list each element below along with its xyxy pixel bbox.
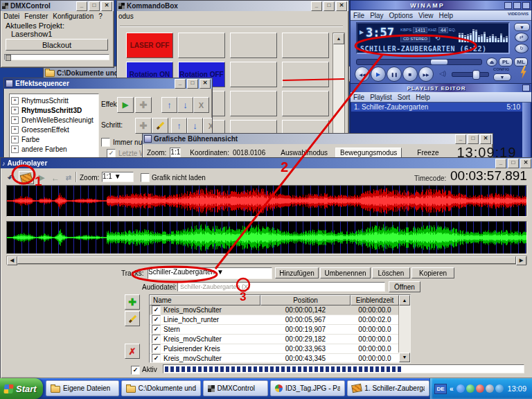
maximize-button[interactable]: □: [89, 1, 100, 11]
maximize-button[interactable]: □: [187, 79, 198, 89]
scrollbar-thumb[interactable]: [17, 256, 516, 264]
close-button[interactable]: ✕: [336, 1, 347, 11]
command-button-empty[interactable]: [230, 62, 277, 87]
tree-item[interactable]: +Farbe: [11, 134, 97, 144]
step-up-button[interactable]: ↑: [171, 118, 187, 134]
close-button[interactable]: ✕: [101, 1, 112, 11]
menu-item[interactable]: ?: [98, 12, 103, 20]
menu-item-modus[interactable]: odus: [118, 12, 134, 20]
taskbar-button[interactable]: ID3_Tag.JPG - Paint: [270, 380, 345, 396]
expand-icon[interactable]: +: [11, 107, 19, 114]
eject-button[interactable]: ⏏: [486, 57, 497, 66]
lightning-icon[interactable]: [520, 66, 527, 79]
zoom-dropdown[interactable]: 1:1 ▼: [102, 172, 134, 182]
scroll-up-icon[interactable]: ▲: [333, 33, 344, 44]
taskbar-button[interactable]: DMXControl: [203, 380, 268, 396]
edit-effect-button[interactable]: [125, 311, 140, 326]
tree-item[interactable]: +RhytmusSchritt3D: [11, 105, 97, 115]
menu-item[interactable]: Options: [389, 12, 413, 19]
step-edit-button[interactable]: [152, 118, 168, 134]
tree-item[interactable]: +GroessenEffekt: [11, 125, 97, 134]
titlebar-playlist[interactable]: PLAYLIST EDITOR: [351, 84, 531, 92]
play-track-button[interactable]: ▶: [35, 171, 48, 184]
language-indicator[interactable]: DE: [434, 384, 447, 394]
titlebar-winamp[interactable]: WINAMP: [351, 1, 531, 10]
table-row[interactable]: ✓Kreis_movSchulter00:00:43,34500:00:00.0: [150, 354, 410, 363]
effect-delete-button[interactable]: X: [193, 97, 209, 113]
color-orb-icon[interactable]: [466, 384, 475, 393]
playlist-scrollbar[interactable]: [522, 103, 531, 159]
kopieren-button[interactable]: Kopieren: [411, 267, 454, 278]
waveform-right-panel[interactable]: [6, 221, 527, 254]
row-checkbox[interactable]: ✓: [152, 305, 161, 314]
freeze-button[interactable]: Freeze: [411, 148, 444, 157]
menubar-kommandobox[interactable]: odus: [117, 11, 348, 21]
immer-checkbox[interactable]: [101, 138, 110, 147]
scheduler-icon[interactable]: [486, 384, 494, 393]
step-delete-button[interactable]: X: [203, 118, 213, 134]
waveform-left-channel[interactable]: [7, 186, 526, 216]
add-effect-button[interactable]: ✚: [125, 294, 140, 310]
scroll-up-icon[interactable]: ▲: [399, 295, 410, 305]
expand-icon[interactable]: +: [11, 126, 19, 134]
table-row[interactable]: ✓Kreis_movSchulter00:00:29,18200:00:00.0: [150, 335, 410, 344]
menu-item[interactable]: File: [353, 12, 364, 19]
playlist-item[interactable]: 1. Schiller-Zaubergarten5:10: [351, 103, 523, 112]
marquee-track-title[interactable]: SCHILLER-ZAUBERGARTEN (6:22): [360, 45, 508, 53]
repeat-icon[interactable]: ⟲: [435, 35, 441, 42]
scroll-left-icon[interactable]: ◀: [7, 256, 17, 265]
time-display[interactable]: 3:57: [366, 26, 394, 39]
dmx-slider[interactable]: [4, 54, 109, 60]
undo-button[interactable]: ↶: [4, 171, 18, 184]
video-vis-label[interactable]: VIDEO/VIS: [508, 12, 529, 16]
table-row[interactable]: ✓Pulsierender Kreis00:00:33,96300:00:00.…: [150, 344, 410, 354]
grafik-checkbox[interactable]: [141, 173, 150, 182]
taskbar-button[interactable]: Eigene Dateien: [46, 380, 119, 396]
seek-thumb[interactable]: [430, 59, 448, 65]
expand-icon[interactable]: +: [11, 145, 19, 153]
play-button[interactable]: ▶: [371, 66, 386, 82]
next-button[interactable]: ▶▶: [418, 66, 434, 82]
minimize-button[interactable]: [504, 2, 512, 9]
menu-item[interactable]: Playlist: [370, 94, 392, 101]
command-button-empty[interactable]: [282, 62, 329, 87]
minimize-button[interactable]: _: [76, 1, 87, 11]
hinzufuegen-button[interactable]: Hinzufügen: [275, 267, 319, 278]
chevron-down-icon[interactable]: ▼: [217, 268, 224, 276]
network-error-icon[interactable]: [476, 384, 484, 393]
track-dropdown[interactable]: Schiller-Zaubergarten ▼: [148, 267, 272, 279]
taskbar-button[interactable]: C:\Dokumente und Eins...: [121, 380, 201, 396]
menu-item[interactable]: Datei: [3, 12, 19, 20]
previous-button[interactable]: ◀◀: [355, 66, 370, 82]
crossfade-button[interactable]: ⇄: [515, 33, 529, 42]
globe-icon[interactable]: [495, 384, 504, 393]
zoom-dropdown[interactable]: 1:1 ▼: [170, 148, 181, 158]
expand-icon[interactable]: +: [11, 116, 19, 124]
close-button[interactable]: [522, 2, 530, 9]
auswahlmodus-button[interactable]: Auswahlmodus: [276, 148, 332, 157]
table-row[interactable]: ✓Kreis_movSchulter00:00:00,14200:00:00.0: [150, 305, 410, 315]
scroll-down-icon[interactable]: ▼: [399, 353, 410, 362]
waveform-left-panel[interactable]: [6, 185, 527, 217]
maximize-button[interactable]: □: [508, 159, 519, 168]
menu-item[interactable]: Help: [439, 12, 454, 19]
menu-item[interactable]: File: [353, 94, 364, 101]
row-checkbox[interactable]: ✓: [152, 315, 161, 324]
audiodatei-field[interactable]: Schiller-Zaubergarten (X): [177, 282, 385, 292]
umbenennen-button[interactable]: Umbenennen: [320, 267, 371, 278]
minimize-button[interactable]: _: [455, 134, 466, 144]
window-winamp[interactable]: WINAMP FilePlayOptionsViewHelp VIDEO/VIS…: [350, 0, 532, 84]
eq-label[interactable]: EQ.: [449, 28, 456, 32]
volume-slider[interactable]: [452, 72, 489, 77]
stop-button[interactable]: ■: [402, 66, 418, 82]
column-header-position[interactable]: Position: [260, 295, 351, 305]
messenger-icon[interactable]: [456, 384, 465, 393]
titlebar-kommandobox[interactable]: KommandoBox _ □ ✕: [117, 1, 348, 11]
tray-expand-icon[interactable]: «: [450, 385, 454, 393]
taskbar-button[interactable]: 1. Schiller-Zaubergarte...: [347, 380, 429, 396]
taskbar-clock[interactable]: 13:09: [508, 384, 527, 393]
maximize-button[interactable]: □: [468, 134, 479, 144]
loeschen-button[interactable]: Löschen: [372, 267, 410, 278]
column-header-einblendzeit[interactable]: Einblendzeit: [351, 295, 399, 305]
table-row[interactable]: ✓Linie_hoch_runter00:00:05,96700:00:02.0: [150, 315, 410, 325]
